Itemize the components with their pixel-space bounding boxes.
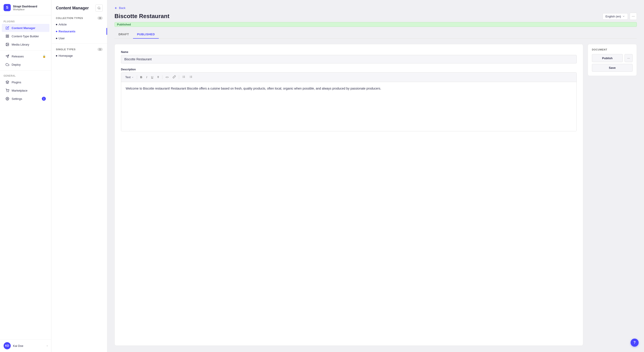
cart-icon — [5, 88, 10, 92]
svg-rect-1 — [8, 35, 9, 36]
search-icon — [98, 6, 100, 9]
toolbar-divider — [137, 75, 137, 79]
sidebar-item-label: Content Manager — [12, 26, 35, 30]
more-options-button[interactable]: ··· — [630, 13, 637, 20]
settings-icon — [5, 97, 10, 101]
section-label-plugins: PLUGINS — [0, 18, 51, 24]
help-button[interactable]: ? — [630, 339, 639, 347]
middle-panel-header: Content Manager — [52, 0, 107, 14]
sidebar-item-marketplace[interactable]: Marketplace — [2, 86, 50, 94]
svg-point-5 — [7, 44, 7, 44]
bold-button[interactable]: B — [138, 75, 144, 80]
sidebar-item-deploy[interactable]: Deploy — [2, 60, 50, 69]
sidebar-item-content-manager[interactable]: Content Manager — [2, 24, 50, 32]
middle-item-restaurants[interactable]: Restaurants — [52, 28, 107, 35]
sidebar-nav: PLUGINS Content Manager Content-Type Bui… — [0, 15, 51, 339]
user-name: Kai Doe — [13, 344, 23, 348]
list-icon — [182, 75, 185, 78]
sidebar-item-media-library[interactable]: Media Library — [2, 40, 50, 48]
middle-panel: Content Manager COLLECTION TYPES 3 Artic… — [52, 0, 107, 352]
underline-button[interactable]: U — [149, 75, 155, 80]
publish-button[interactable]: Publish — [592, 54, 623, 62]
form-panel: Name Description Text B I U T — [114, 44, 583, 346]
code-button[interactable]: <> — [164, 75, 170, 80]
main-content: Back Biscotte Restaurant English (en) ··… — [107, 0, 644, 352]
sidebar-item-settings[interactable]: Settings 1 — [2, 95, 50, 103]
image-icon — [5, 42, 10, 46]
svg-point-18 — [183, 77, 183, 77]
sidebar-item-releases[interactable]: Releases 🔒 — [2, 52, 50, 60]
middle-item-homepage[interactable]: Homepage — [52, 52, 107, 59]
collection-types-count: 3 — [98, 16, 103, 20]
section-label-general: GENERAL — [0, 72, 51, 78]
middle-panel-title: Content Manager — [56, 6, 89, 10]
text-style-selector[interactable]: Text — [124, 75, 136, 80]
pencil-icon — [5, 26, 10, 30]
description-field: Description Text B I U T <> — [121, 68, 577, 131]
tab-draft[interactable]: DRAFT — [114, 30, 133, 39]
user-avatar: KD — [4, 342, 11, 349]
ordered-list-button[interactable]: 1.2.3. — [188, 74, 194, 80]
document-section: DOCUMENT Publish ··· Save — [588, 44, 637, 76]
name-label: Name — [121, 50, 577, 54]
middle-item-user[interactable]: User — [52, 35, 107, 42]
strikethrough-button[interactable]: T — [156, 75, 161, 80]
app-logo: S — [4, 4, 11, 11]
single-types-section: SINGLE TYPES 1 — [52, 46, 107, 52]
sidebar-header: S Strapi Dashboard Workplace — [0, 0, 51, 15]
sidebar-item-label: Settings — [12, 97, 22, 101]
save-button[interactable]: Save — [592, 64, 632, 72]
publish-more-button[interactable]: ··· — [624, 54, 632, 62]
sidebar-item-plugins[interactable]: Plugins — [2, 78, 50, 86]
publish-row: Publish ··· — [592, 54, 632, 62]
item-wrapper-homepage: Homepage — [52, 52, 107, 59]
single-types-count: 1 — [98, 48, 103, 51]
sidebar-item-content-type-builder[interactable]: Content-Type Builder — [2, 32, 50, 40]
middle-item-article[interactable]: Article — [52, 21, 107, 28]
name-input[interactable] — [121, 55, 577, 63]
search-button[interactable] — [96, 4, 103, 12]
sidebar-item-label: Marketplace — [12, 89, 28, 92]
svg-line-12 — [100, 9, 100, 9]
content-area: Name Description Text B I U T — [114, 44, 637, 346]
item-wrapper-article: Article — [52, 21, 107, 28]
link-icon — [173, 75, 176, 78]
lock-icon: 🔒 — [42, 55, 46, 58]
side-panel: DOCUMENT Publish ··· Save — [588, 44, 637, 346]
tabs: DRAFT PUBLISHED — [114, 30, 637, 39]
collapse-button[interactable]: ‹ — [47, 344, 48, 347]
item-wrapper-user: User — [52, 35, 107, 42]
active-indicator — [106, 28, 107, 35]
unordered-list-button[interactable] — [180, 74, 187, 80]
sidebar-item-label: Plugins — [12, 81, 21, 84]
language-selector[interactable]: English (en) — [603, 13, 628, 20]
svg-point-8 — [7, 92, 7, 92]
toolbar-divider-2 — [162, 75, 162, 79]
item-wrapper-restaurants: Restaurants — [52, 28, 107, 35]
link-button[interactable] — [171, 74, 178, 80]
sidebar: S Strapi Dashboard Workplace PLUGINS Con… — [0, 0, 52, 352]
sidebar-footer[interactable]: KD Kai Doe ‹ — [0, 339, 51, 352]
richtext-content[interactable]: Welcome to Biscotte restaurant! Restaura… — [121, 82, 576, 131]
italic-button[interactable]: I — [144, 75, 149, 80]
dot-icon — [56, 55, 57, 56]
paper-plane-icon — [5, 54, 10, 58]
tab-published[interactable]: PUBLISHED — [133, 30, 159, 39]
settings-badge: 1 — [42, 97, 46, 101]
svg-rect-2 — [8, 36, 9, 37]
status-badge: Published — [114, 22, 637, 27]
cloud-icon — [5, 63, 10, 67]
svg-rect-0 — [6, 35, 7, 36]
page-header: Biscotte Restaurant English (en) ··· — [114, 13, 637, 20]
svg-point-19 — [183, 77, 183, 78]
back-button[interactable]: Back — [114, 6, 126, 9]
sidebar-item-label: Media Library — [12, 43, 29, 46]
sidebar-item-label: Content-Type Builder — [12, 35, 39, 38]
svg-text:3.: 3. — [190, 77, 190, 78]
header-actions: English (en) ··· — [603, 13, 637, 20]
svg-point-10 — [7, 98, 8, 99]
name-field: Name — [121, 50, 577, 63]
chevron-down-icon — [132, 76, 134, 78]
sidebar-item-label: Deploy — [12, 63, 20, 66]
document-section-title: DOCUMENT — [592, 48, 632, 51]
